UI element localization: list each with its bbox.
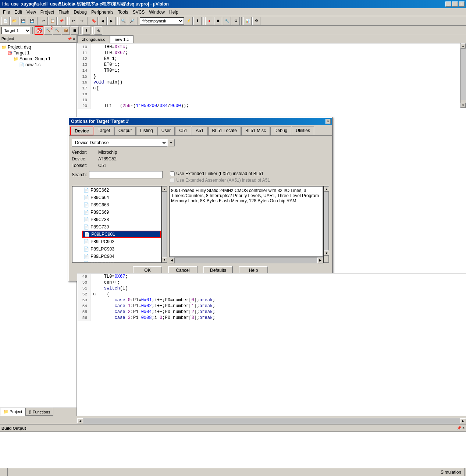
menu-tools[interactable]: Tools <box>116 9 131 15</box>
main-hscroll-right[interactable]: ▶ <box>460 418 466 423</box>
download-btn[interactable]: ⬇ <box>82 26 90 35</box>
menu-flash[interactable]: Flash <box>56 9 71 15</box>
menu-file[interactable]: File <box>1 9 12 15</box>
device-item-P89C669[interactable]: 📄 P89C669 <box>82 209 161 216</box>
dialog-tab-a51[interactable]: A51 <box>192 127 207 135</box>
list-vscroll[interactable]: ▲ ▼ <box>161 186 167 263</box>
misc-btn[interactable]: 🔧 <box>223 17 231 25</box>
info-btn[interactable]: ℹ <box>193 17 202 25</box>
extended-linker-check[interactable] <box>170 171 175 176</box>
cfg-btn[interactable]: ⚙ <box>252 17 260 25</box>
dialog-tab-bl51locate[interactable]: BL51 Locate <box>208 127 241 135</box>
menu-view[interactable]: View <box>24 9 38 15</box>
panel-pin-btn[interactable]: 📌 × <box>67 37 75 41</box>
hscroll-right[interactable]: ▶ <box>317 257 323 263</box>
device-db-combo[interactable]: Device Database <box>72 139 167 147</box>
paste-btn[interactable]: 📌 <box>57 17 65 25</box>
device-item-P89LPC904[interactable]: 📄 P89LPC904 <box>82 253 161 260</box>
device-item-P89C664[interactable]: 📄 P89C664 <box>82 194 161 201</box>
device-item-P89C739[interactable]: 📄 P89C739 <box>82 223 161 231</box>
close-button[interactable]: × <box>459 1 465 7</box>
dialog-tab-device[interactable]: Device <box>70 127 93 135</box>
tab-zhongduan[interactable]: zhongduan.c <box>77 35 110 43</box>
scroll-up-top[interactable]: ▲ <box>460 43 466 49</box>
disp-btn[interactable]: 📊 <box>243 17 252 25</box>
maximize-button[interactable]: □ <box>452 1 458 7</box>
stopbuild-btn[interactable]: ⏹ <box>71 26 79 35</box>
menu-debug[interactable]: Debug <box>72 9 89 15</box>
extended-assembler-check[interactable] <box>170 178 175 183</box>
desc-scroll-up[interactable]: ▲ <box>324 187 329 192</box>
dialog-close-btn[interactable]: × <box>326 119 331 124</box>
rebuild-btn[interactable]: 🔨 <box>53 26 61 35</box>
dialog-tab-listing[interactable]: Listing <box>136 127 157 135</box>
code-line-54: 54 case 1:P1=0x02;i++;P0=number[1];break… <box>77 303 466 309</box>
copy-btn[interactable]: 📋 <box>49 17 57 25</box>
dialog-tab-c51[interactable]: C51 <box>175 127 191 135</box>
device-item-P89C738[interactable]: 📄 P89C738 <box>82 216 161 223</box>
code-content-bottom[interactable]: 49 TL0=0X67; 50 cen++; 51 switch(i) 52 ⊟… <box>77 273 466 332</box>
tree-item-project[interactable]: 📁 Project: dsq <box>1 44 75 50</box>
jump-btn[interactable]: ⚡ <box>185 17 193 25</box>
batch-btn[interactable]: 📦 <box>62 26 70 35</box>
build-btn[interactable]: 2 🔨 <box>44 26 52 35</box>
save-all-btn[interactable]: 💾 <box>28 17 36 25</box>
device-item-P89LPC901[interactable]: 📄 P89LPC901 <box>82 231 161 238</box>
save-btn[interactable]: 💾 <box>19 17 27 25</box>
stop-btn[interactable]: ⏹ <box>214 17 222 25</box>
dialog-tab-bl51misc[interactable]: BL51 Misc <box>241 127 270 135</box>
menu-peripherals[interactable]: Peripherals <box>89 9 116 15</box>
dialog-tab-debug[interactable]: Debug <box>270 127 291 135</box>
device-item-P89LPC902[interactable]: 📄 P89LPC902 <box>82 238 161 245</box>
tab-functions[interactable]: {} Functions <box>25 408 53 416</box>
menu-window[interactable]: Window <box>147 9 167 15</box>
list-scroll-up[interactable]: ▲ <box>162 187 167 192</box>
dialog-tab-user[interactable]: User <box>157 127 175 135</box>
main-hscroll[interactable]: ◀ ▶ <box>77 418 466 424</box>
cut-btn[interactable]: ✂ <box>40 17 48 25</box>
function-combo[interactable]: fifoemptymsk <box>140 17 184 25</box>
tree-item-target[interactable]: 🎯 Target 1 <box>1 50 75 56</box>
menu-edit[interactable]: Edit <box>12 9 24 15</box>
find-btn[interactable]: 🔍 <box>119 17 127 25</box>
desc-scroll-down[interactable]: ▼ <box>324 251 329 256</box>
device-db-arrow[interactable]: ▼ <box>167 139 175 146</box>
open-btn[interactable]: 📂 <box>10 17 18 25</box>
desc-vscroll[interactable]: ▲ ▼ <box>323 186 329 263</box>
minimize-button[interactable]: _ <box>445 1 451 7</box>
redo-btn[interactable]: ↪ <box>78 17 86 25</box>
menu-project[interactable]: Project <box>38 9 56 15</box>
target-combo[interactable]: Target 1 <box>1 27 31 34</box>
tree-item-file[interactable]: 📄 new 1.c <box>1 62 75 68</box>
target-options-btn[interactable]: 🎯 <box>35 26 43 35</box>
prev-btn[interactable]: ◀ <box>99 17 107 25</box>
tab-project[interactable]: 📁 Project <box>0 408 25 416</box>
bookmark-btn[interactable]: 🔖 <box>90 17 98 25</box>
dialog-tab-output[interactable]: Output <box>114 127 136 135</box>
list-scroll-down[interactable]: ▼ <box>162 257 167 262</box>
ext-btn[interactable]: 🔌 <box>94 26 102 35</box>
menu-svcs[interactable]: SVCS <box>131 9 147 15</box>
tab-new1c[interactable]: new 1.c <box>110 35 134 43</box>
build-output-content[interactable] <box>0 432 466 469</box>
main-hscroll-left[interactable]: ◀ <box>77 418 83 423</box>
run-btn[interactable]: ● <box>205 17 213 25</box>
vscroll-top[interactable]: ▲ ▼ <box>460 43 466 108</box>
next-btn[interactable]: ▶ <box>107 17 115 25</box>
undo-btn[interactable]: ↩ <box>69 17 77 25</box>
dialog-tab-utilities[interactable]: Utilities <box>292 127 314 135</box>
tree-item-sourcegroup[interactable]: 📁 Source Group 1 <box>1 56 75 62</box>
device-item-P89LPC903[interactable]: 📄 P89LPC903 <box>82 245 161 253</box>
new-file-btn[interactable]: 📄 <box>1 17 10 25</box>
misc2-btn[interactable]: ⚙ <box>232 17 240 25</box>
dialog-tab-target[interactable]: Target <box>94 127 114 135</box>
findfile-btn[interactable]: 🔎 <box>128 17 136 25</box>
scroll-down-top[interactable]: ▼ <box>460 103 466 108</box>
search-input[interactable] <box>89 171 163 178</box>
device-item-P89C668[interactable]: 📄 P89C668 <box>82 201 161 209</box>
device-item-P89C662[interactable]: 📄 P89C662 <box>82 187 161 194</box>
desc-hscroll[interactable]: ◀ ▶ <box>169 257 323 263</box>
hscroll-left[interactable]: ◀ <box>169 257 175 263</box>
menu-help[interactable]: Help <box>167 9 181 15</box>
device-item-P89LPC936[interactable]: 📄 P89LPC936 <box>82 260 161 263</box>
